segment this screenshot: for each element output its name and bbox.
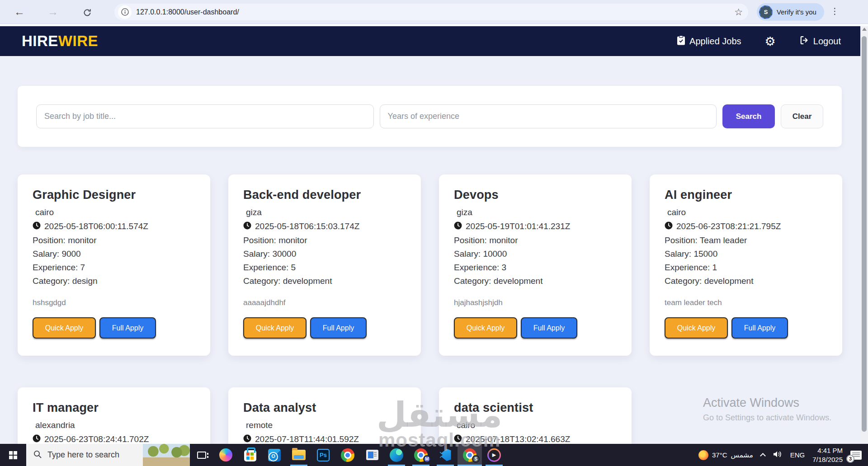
gmail-profile-badge: M [423, 455, 431, 463]
job-posted-line: 2025-05-18T06:15:03.174Z [243, 221, 406, 231]
temperature-label: 37°C [712, 451, 727, 459]
job-title: Devops [454, 188, 617, 202]
scrollbar-thumb[interactable] [862, 36, 867, 432]
clock-widget[interactable]: 4:41 PM 7/18/2025 [812, 446, 843, 464]
job-posted: 2025-06-23T08:21:21.795Z [676, 222, 781, 231]
job-salary: Salary: 30000 [243, 249, 406, 259]
taskbar-search-box[interactable]: Type here to search [26, 444, 190, 466]
tray-chevron-up-icon[interactable] [760, 453, 766, 459]
system-tray: 37°C مشمس ENG 4:41 PM 7/18/2025 3 [698, 444, 868, 466]
clock-icon [243, 221, 251, 231]
job-posted: 2025-07-18T13:02:41.663Z [466, 435, 570, 444]
settings-gear-icon[interactable]: ⚙ [765, 35, 776, 47]
logo-wire: WIRE [58, 33, 98, 49]
job-salary: Salary: 9000 [33, 249, 195, 259]
applied-jobs-link[interactable]: Applied Jobs [677, 35, 741, 47]
job-experience: Experience: 7 [33, 263, 195, 272]
job-location: giza [454, 208, 617, 217]
taskbar-app-store[interactable] [238, 444, 262, 466]
bookmark-star-icon[interactable]: ☆ [734, 7, 743, 18]
job-description: team leader tech [665, 298, 827, 307]
clock-icon [665, 221, 673, 231]
taskbar-app-vscode[interactable] [433, 444, 458, 466]
taskbar-app-chrome-profile[interactable]: S [458, 444, 482, 466]
refresh-icon[interactable] [83, 7, 92, 20]
verify-profile-button[interactable]: S Verify it's you [757, 3, 824, 21]
full-apply-button[interactable]: Full Apply [521, 317, 577, 339]
quick-apply-button[interactable]: Quick Apply [454, 317, 517, 339]
weather-icon [698, 450, 708, 460]
site-info-icon[interactable] [118, 5, 132, 19]
scrollbar-track[interactable] [860, 24, 868, 444]
taskbar-app-photoshop[interactable]: Ps [311, 444, 335, 466]
browser-toolbar: ← → 127.0.0.1:8000/user-dashboard/ ☆ S V… [0, 0, 868, 24]
job-description: hshsgdgd [33, 298, 195, 307]
job-posted: 2025-05-19T01:01:41.231Z [466, 222, 570, 231]
taskbar-app-media-player[interactable]: ▶ [482, 444, 506, 466]
start-button[interactable] [0, 444, 26, 466]
brand-logo[interactable]: HIREWIRE [22, 33, 98, 50]
job-posted: 2025-05-18T06:00:11.574Z [44, 222, 148, 231]
job-location: remote [243, 421, 406, 430]
job-position: Position: monitor [243, 236, 406, 245]
microsoft-store-icon [244, 450, 256, 461]
play-icon: ▶ [489, 450, 500, 461]
address-bar[interactable]: 127.0.0.1:8000/user-dashboard/ ☆ [114, 4, 748, 20]
taskbar-app-outlook[interactable] [262, 444, 287, 466]
taskbar-search-placeholder: Type here to search [47, 450, 119, 460]
taskbar-app-widgets[interactable] [360, 444, 384, 466]
search-panel: Search Clear [18, 86, 842, 147]
experience-search-input[interactable] [380, 104, 717, 128]
job-posted: 2025-05-18T06:15:03.174Z [255, 222, 359, 231]
full-apply-button[interactable]: Full Apply [99, 317, 156, 339]
logout-link[interactable]: Logout [799, 35, 841, 47]
notification-count-badge: 3 [846, 455, 854, 463]
job-salary: Salary: 15000 [665, 249, 827, 259]
job-card: Devops giza 2025-05-19T01:01:41.231Z Pos… [439, 174, 632, 356]
full-apply-button[interactable]: Full Apply [310, 317, 367, 339]
taskbar-app-copilot[interactable] [213, 444, 238, 466]
taskbar-app-chrome[interactable] [335, 444, 360, 466]
clipboard-check-icon [677, 35, 685, 47]
windows-taskbar: Type here to search Ps M S ▶ 37°C مشمس [0, 444, 868, 466]
taskbar-app-edge[interactable] [384, 444, 409, 466]
tray-time: 4:41 PM [812, 446, 843, 455]
taskbar-app-file-explorer[interactable] [287, 444, 311, 466]
full-apply-button[interactable]: Full Apply [731, 317, 788, 339]
job-title: AI engineer [665, 188, 827, 202]
applied-jobs-label: Applied Jobs [689, 36, 741, 47]
search-button[interactable]: Search [722, 104, 775, 128]
browser-menu-icon[interactable]: ⋮ [830, 6, 839, 16]
job-position: Position: monitor [33, 236, 195, 245]
job-title-search-input[interactable] [36, 104, 374, 128]
activate-title: Activate Windows [703, 396, 831, 410]
job-location: cairo [454, 421, 617, 430]
clock-icon [454, 434, 462, 444]
search-highlight-image[interactable] [143, 444, 190, 466]
job-title: Data analyst [243, 401, 406, 415]
weather-widget[interactable]: 37°C مشمس [698, 450, 753, 460]
task-view-icon [197, 452, 206, 459]
job-posted-line: 2025-07-18T13:02:41.663Z [454, 434, 617, 444]
clear-button[interactable]: Clear [781, 104, 823, 128]
quick-apply-button[interactable]: Quick Apply [33, 317, 96, 339]
job-experience: Experience: 5 [243, 263, 406, 272]
verify-label: Verify it's you [777, 8, 816, 16]
clock-icon [33, 221, 41, 231]
quick-apply-button[interactable]: Quick Apply [243, 317, 307, 339]
logout-label: Logout [813, 36, 841, 47]
taskbar-app-chrome-gmail[interactable]: M [409, 444, 433, 466]
language-indicator[interactable]: ENG [790, 451, 805, 459]
file-explorer-icon [292, 450, 306, 460]
scrollbar-up-arrow-icon[interactable] [862, 28, 867, 31]
forward-arrow-icon[interactable]: → [47, 5, 58, 18]
speaker-icon[interactable] [773, 450, 783, 460]
job-posted-line: 2025-07-18T11:44:01.592Z [243, 434, 406, 444]
quick-apply-button[interactable]: Quick Apply [665, 317, 728, 339]
clock-icon [33, 434, 41, 444]
page-top-gap [0, 24, 868, 26]
notification-center-icon[interactable]: 3 [850, 451, 862, 460]
task-view-button[interactable] [190, 444, 213, 466]
back-arrow-icon[interactable]: ← [14, 5, 25, 18]
taskbar-apps: Ps M S ▶ [213, 444, 506, 466]
